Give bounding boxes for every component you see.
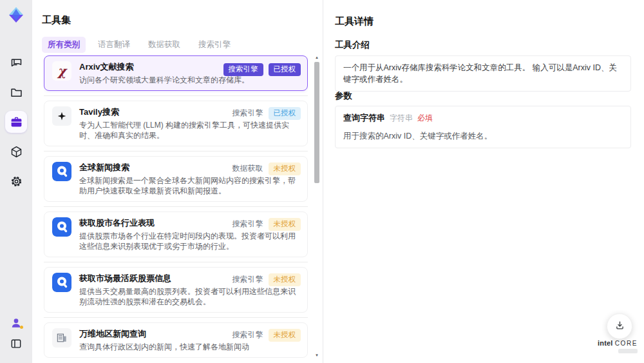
tool-list: χ Arxiv文献搜索 访问各个研究领域大量科学论文和文章的存储库。 搜索引擎 … bbox=[44, 55, 308, 363]
tool-card-regional-news[interactable]: 万维地区新闻查询 查询具体行政区划内的新闻，快速了解各地新闻动 搜索引擎 未授权 bbox=[44, 322, 308, 358]
tab-all-categories[interactable]: 所有类别 bbox=[42, 37, 86, 53]
sidebar-item-files[interactable] bbox=[5, 81, 27, 103]
app-logo-icon[interactable] bbox=[6, 5, 26, 26]
auth-status-badge: 未授权 bbox=[269, 162, 301, 175]
category-badge: 搜索引擎 bbox=[232, 329, 263, 340]
sidebar bbox=[0, 0, 32, 363]
intel-word: intel bbox=[598, 339, 613, 347]
tool-badges: 搜索引擎 已授权 bbox=[223, 63, 301, 76]
intel-core-wordmark: intel core bbox=[595, 339, 640, 347]
params-heading: 参数 bbox=[335, 90, 352, 102]
tool-description: 访问各个研究领域大量科学论文和文章的存储库。 bbox=[79, 75, 299, 85]
user-status-dot bbox=[20, 326, 23, 329]
scrollbar-thumb[interactable] bbox=[314, 62, 319, 183]
intro-box: 一个用于从Arxiv存储库搜索科学论文和文章的工具。 输入可以是Arxiv ID… bbox=[335, 55, 631, 92]
sidebar-item-panel-toggle[interactable] bbox=[5, 333, 27, 355]
list-divider bbox=[44, 206, 308, 207]
tool-badges: 搜索引擎 未授权 bbox=[232, 329, 301, 342]
tab-search-engine[interactable]: 搜索引擎 bbox=[193, 37, 236, 53]
quark-search-icon bbox=[52, 162, 71, 181]
briefcase-icon bbox=[10, 115, 23, 129]
tool-badges: 搜索引擎 未授权 bbox=[232, 273, 301, 286]
page-title: 工具集 bbox=[42, 14, 71, 26]
tool-detail-panel: 工具详情 工具介绍 一个用于从Arxiv存储库搜索科学论文和文章的工具。 输入可… bbox=[323, 0, 644, 363]
quark-search-icon bbox=[52, 217, 71, 237]
param-box: 查询字符串 字符串 必填 用于搜索的Arxiv ID、关键字或作者姓名。 bbox=[335, 106, 631, 148]
download-button[interactable] bbox=[607, 313, 632, 339]
list-divider bbox=[44, 151, 308, 152]
sidebar-item-packages[interactable] bbox=[5, 141, 27, 162]
tool-description: 提供股票市场各个行业在特定时间段内的表现。投资者可以利用这些信息来识别表现优于或… bbox=[79, 231, 299, 251]
param-head: 查询字符串 字符串 必填 bbox=[343, 112, 623, 124]
tab-data-fetch[interactable]: 数据获取 bbox=[142, 37, 186, 53]
param-required-badge: 必填 bbox=[417, 113, 433, 124]
tool-card-stock-sector[interactable]: 获取股市各行业表现 提供股票市场各个行业在特定时间段内的表现。投资者可以利用这些… bbox=[44, 211, 308, 257]
param-name: 查询字符串 bbox=[343, 112, 385, 124]
tool-card-arxiv[interactable]: χ Arxiv文献搜索 访问各个研究领域大量科学论文和文章的存储库。 搜索引擎 … bbox=[44, 55, 308, 91]
auth-status-badge: 未授权 bbox=[269, 218, 301, 231]
sidebar-item-chat[interactable] bbox=[5, 52, 27, 74]
scroll-down-icon[interactable]: ▼ bbox=[314, 352, 320, 358]
scroll-up-icon[interactable]: ▲ bbox=[314, 54, 320, 61]
news-icon bbox=[52, 328, 71, 348]
intel-core-logo: intel core bbox=[595, 339, 640, 353]
app-window: 工具集 所有类别 语言翻译 数据获取 搜索引擎 χ Arxiv文献搜索 访问各个… bbox=[0, 0, 644, 363]
tool-card-tavily[interactable]: Tavily搜索 专为人工智能代理 (LLM) 构建的搜索引擎工具，可快速提供实… bbox=[44, 101, 308, 146]
tool-description: 全球新闻搜索是一个聚合全球各大新闻网站内容的搜索引擎，帮助用户快速获取全球最新资… bbox=[79, 175, 299, 196]
detail-title: 工具详情 bbox=[335, 15, 374, 28]
gear-icon bbox=[10, 175, 23, 188]
sparkle-icon bbox=[52, 106, 71, 126]
tool-card-active-stocks[interactable]: 获取市场最活跃股票信息 提供当天交易量最高的股票列表。投资者可以利用这些信息来识… bbox=[44, 267, 308, 313]
param-type: 字符串 bbox=[390, 113, 413, 124]
tool-description: 查询具体行政区划内的新闻，快速了解各地新闻动 bbox=[79, 342, 299, 352]
arxiv-icon: χ bbox=[52, 61, 71, 81]
auth-status-badge: 已授权 bbox=[269, 107, 301, 120]
list-divider bbox=[44, 317, 308, 318]
chat-icon bbox=[10, 56, 23, 70]
tool-description: 专为人工智能代理 (LLM) 构建的搜索引擎工具，可快速提供实时、准确和真实的结… bbox=[79, 120, 299, 141]
tab-language-translation[interactable]: 语言翻译 bbox=[92, 37, 136, 53]
tool-badges: 搜索引擎 未授权 bbox=[232, 218, 301, 231]
category-badge: 搜索引擎 bbox=[223, 63, 263, 76]
list-divider bbox=[44, 95, 308, 96]
intro-heading: 工具介绍 bbox=[335, 39, 370, 51]
category-badge: 搜索引擎 bbox=[232, 108, 263, 119]
sidebar-item-settings[interactable] bbox=[5, 170, 27, 192]
sidebar-item-account[interactable] bbox=[5, 312, 27, 334]
param-description: 用于搜索的Arxiv ID、关键字或作者姓名。 bbox=[343, 130, 623, 142]
user-icon bbox=[10, 317, 23, 329]
tool-badges: 搜索引擎 已授权 bbox=[232, 107, 301, 120]
tool-badges: 数据获取 未授权 bbox=[232, 162, 301, 175]
category-tabs: 所有类别 语言翻译 数据获取 搜索引擎 bbox=[42, 37, 236, 53]
list-divider bbox=[44, 262, 308, 262]
folder-icon bbox=[10, 86, 23, 99]
intel-core-sub-mark bbox=[618, 349, 638, 353]
tool-card-global-news[interactable]: 全球新闻搜索 全球新闻搜索是一个聚合全球各大新闻网站内容的搜索引擎，帮助用户快速… bbox=[44, 156, 308, 202]
download-icon bbox=[614, 320, 625, 333]
cube-icon bbox=[10, 145, 23, 159]
auth-status-badge: 未授权 bbox=[269, 329, 301, 342]
panel-toggle-icon bbox=[10, 337, 23, 350]
sidebar-item-tools[interactable] bbox=[5, 111, 27, 133]
tool-list-panel: 工具集 所有类别 语言翻译 数据获取 搜索引擎 χ Arxiv文献搜索 访问各个… bbox=[32, 0, 323, 363]
category-badge: 数据获取 bbox=[232, 163, 263, 174]
category-badge: 搜索引擎 bbox=[232, 274, 263, 285]
list-scrollbar: ▲ ▼ bbox=[314, 54, 320, 358]
auth-status-badge: 未授权 bbox=[269, 273, 301, 286]
category-badge: 搜索引擎 bbox=[232, 219, 263, 230]
auth-status-badge: 已授权 bbox=[269, 63, 301, 76]
quark-search-icon bbox=[52, 273, 71, 292]
core-word: core bbox=[615, 340, 638, 347]
tool-description: 提供当天交易量最高的股票列表。投资者可以利用这些信息来识别流动性强的股票和潜在的… bbox=[79, 286, 299, 307]
